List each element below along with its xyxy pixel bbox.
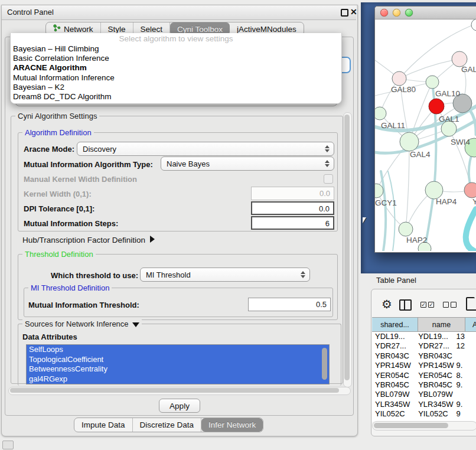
- kernel-width-input[interactable]: 0.0: [251, 187, 334, 200]
- data-attributes-label: Data Attributes: [22, 332, 77, 341]
- aracne-mode-select[interactable]: Discovery: [77, 142, 334, 156]
- table-cell: YDL19...: [413, 332, 455, 341]
- data-attribute-item-selected[interactable]: TopologicalCoefficient: [27, 355, 329, 365]
- dpi-tolerance-input[interactable]: 0.0: [251, 201, 334, 215]
- cyni-bottom-tabbar: Impute Data Discretize Data Infer Networ…: [74, 418, 263, 432]
- table-row[interactable]: YBL079WYBL079W: [372, 390, 476, 399]
- checked-box-icon: ✓: [420, 302, 426, 308]
- column-header-shared-name[interactable]: shared...: [372, 317, 418, 332]
- which-threshold-select[interactable]: MI Threshold: [140, 268, 310, 282]
- node-gcy1[interactable]: [375, 184, 383, 198]
- cyni-algorithm-settings-title: Cyni Algorithm Settings: [15, 112, 99, 120]
- node-partial-top[interactable]: [471, 19, 476, 31]
- node-gal80[interactable]: [392, 71, 406, 86]
- tab-cyni-toolbox-label: Cyni Toolbox: [177, 25, 223, 34]
- tab-impute-data[interactable]: Impute Data: [74, 418, 133, 432]
- table-row[interactable]: YLR345WYLR345W9.: [372, 400, 476, 409]
- control-panel-title: Control Panel: [2, 5, 54, 19]
- aracne-mode-label: Aracne Mode:: [24, 145, 74, 154]
- mi-threshold-group-title: MI Threshold Definition: [28, 283, 112, 292]
- expand-right-icon: [150, 236, 155, 243]
- mi-type-value: Naive Bayes: [167, 159, 322, 168]
- tab-discretize-data[interactable]: Discretize Data: [133, 418, 202, 432]
- table-cell: YPR145W: [413, 361, 455, 370]
- table-hscrollbar-thumb[interactable]: [374, 423, 448, 428]
- window-close-button[interactable]: [380, 9, 388, 17]
- table-cell: 9.: [455, 400, 476, 409]
- node-selected-red[interactable]: [429, 99, 444, 114]
- table-row[interactable]: YBR045CYBR045C9.: [372, 380, 476, 390]
- mi-steps-input[interactable]: 6: [251, 216, 334, 230]
- table-row[interactable]: YPR145WYPR145W9.: [372, 361, 476, 370]
- checked-box-icon: ✓: [428, 302, 434, 308]
- mi-type-label: Mutual Information Algorithm Type:: [24, 160, 153, 169]
- table-row[interactable]: YIL052CYIL052C9: [372, 409, 476, 419]
- table-row[interactable]: YBR043CYBR043C: [372, 351, 476, 361]
- window-minimize-button[interactable]: [393, 9, 400, 17]
- control-panel-titlebar[interactable]: [2, 5, 356, 20]
- close-icon[interactable]: ✕: [350, 8, 357, 15]
- deselect-all-columns-icon[interactable]: [443, 302, 457, 308]
- algorithm-definition-title: Algorithm Definition: [22, 128, 94, 137]
- table-cell: [455, 390, 476, 399]
- mi-type-select[interactable]: Naive Bayes: [161, 156, 334, 171]
- dock-grip-icon[interactable]: [2, 441, 14, 449]
- algorithm-dropdown-popup: Select algorithm to view settings Bayesi…: [10, 33, 342, 104]
- list-scrollbar-thumb[interactable]: [322, 348, 327, 380]
- tab-infer-network-label: Infer Network: [208, 420, 256, 429]
- stepper-icon: [322, 160, 332, 167]
- manual-kernel-checkbox[interactable]: [324, 174, 333, 184]
- algorithm-option[interactable]: Basic Correlation Inference: [11, 54, 341, 63]
- dpi-tolerance-label: DPI Tolerance [0,1]:: [24, 204, 94, 213]
- hub-definition-expander[interactable]: Hub/Transcription Factor Definition: [22, 236, 155, 244]
- network-graph[interactable]: GAL GAL80 GAL10 GAL1 GAL11 GAL4 SWI4 GCY…: [375, 19, 476, 251]
- table-cell: 9.: [455, 380, 476, 390]
- data-attributes-list[interactable]: SelfLoopsTopologicalCoefficientBetweenne…: [26, 344, 330, 384]
- sources-title: Sources for Network Inference: [25, 319, 129, 328]
- algorithm-option[interactable]: Dream8 DC_TDC Algorithm: [11, 92, 341, 102]
- stepper-icon: [298, 271, 308, 278]
- table-body: YDL19...YDL19...13YDR27...YDR27...12YBR0…: [372, 332, 476, 422]
- node-salmon[interactable]: [464, 182, 476, 198]
- app-root: Control Panel ✕ Network Style Select Cyn…: [0, 0, 476, 450]
- settings-hscrollbar-thumb[interactable]: [10, 388, 339, 393]
- table-row[interactable]: YER054CYER054C8.: [372, 371, 476, 380]
- select-all-columns-icon[interactable]: ✓ ✓: [420, 302, 434, 308]
- node-hap2[interactable]: [399, 222, 413, 236]
- node-label: Y: [472, 197, 476, 206]
- collapse-down-icon: [132, 322, 139, 327]
- table-cell: YER054C: [413, 371, 455, 380]
- column-header-partial[interactable]: A: [465, 317, 476, 332]
- algorithm-option[interactable]: Bayesian – K2: [11, 83, 341, 92]
- data-attribute-item-selected[interactable]: BetweennessCentrality: [27, 364, 329, 374]
- network-window-titlebar[interactable]: [375, 6, 476, 19]
- window-zoom-button[interactable]: [405, 9, 413, 17]
- which-threshold-label: Which threshold to use:: [51, 271, 138, 280]
- sources-collapse-control[interactable]: Sources for Network Inference: [22, 319, 142, 328]
- unchecked-box-icon: [443, 302, 449, 308]
- column-header-name[interactable]: name: [418, 317, 465, 332]
- tab-impute-data-label: Impute Data: [81, 420, 125, 429]
- table-row[interactable]: YDR27...YDR27...12: [372, 341, 476, 351]
- node-gal10[interactable]: [426, 76, 439, 89]
- export-table-icon[interactable]: [466, 297, 476, 311]
- gear-icon[interactable]: ⚙: [382, 297, 392, 311]
- data-attribute-item-selected[interactable]: gal4RGexp: [27, 374, 329, 384]
- unchecked-box-icon: [451, 302, 457, 308]
- apply-button[interactable]: Apply: [159, 399, 200, 413]
- settings-vscrollbar-thumb[interactable]: [344, 115, 350, 380]
- node-label: GAL80: [391, 85, 416, 94]
- table-row[interactable]: YDL19...YDL19...13: [372, 332, 476, 341]
- columns-icon[interactable]: [399, 299, 412, 311]
- algorithm-option[interactable]: Bayesian – Hill Climbing: [11, 44, 341, 54]
- table-cell: YBL079W: [413, 390, 455, 399]
- node-hap4[interactable]: [425, 181, 443, 199]
- data-attribute-item-selected[interactable]: SelfLoops: [27, 345, 329, 355]
- algorithm-option[interactable]: ARACNE Algorithm: [11, 63, 341, 73]
- float-icon[interactable]: [341, 9, 348, 17]
- node-gal4[interactable]: [400, 132, 419, 151]
- node-gal11[interactable]: [375, 107, 386, 120]
- tab-infer-network[interactable]: Infer Network: [201, 418, 263, 432]
- algorithm-option[interactable]: Mutual Information Inference: [11, 73, 341, 83]
- mi-threshold-input[interactable]: 0.5: [248, 298, 331, 311]
